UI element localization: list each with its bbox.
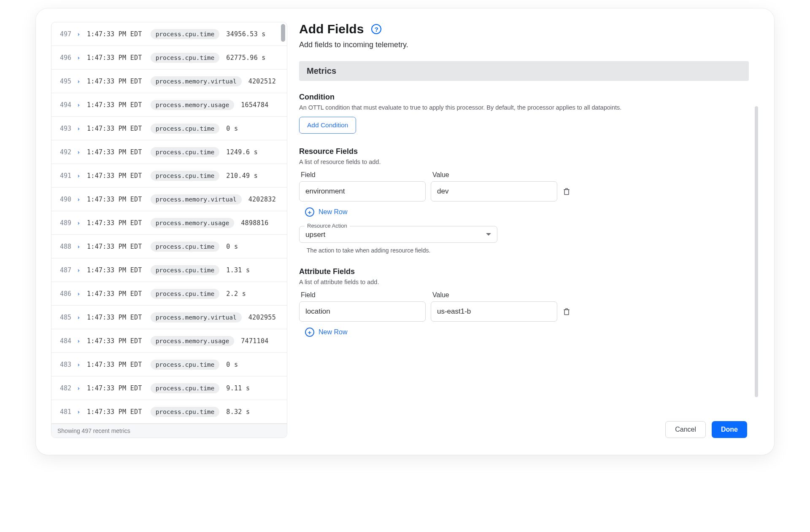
log-timestamp: 1:47:33 PM EDT: [87, 384, 142, 392]
chevron-right-icon: ›: [77, 314, 83, 321]
plus-icon: +: [305, 328, 314, 337]
chevron-right-icon: ›: [77, 102, 83, 108]
attribute-value-header: Value: [432, 291, 559, 299]
metric-value: 8.32 s: [226, 408, 250, 416]
resource-field-row: [299, 181, 749, 202]
log-row[interactable]: 488›1:47:33 PM EDTprocess.cpu.time0 s: [51, 235, 287, 258]
help-icon[interactable]: ?: [371, 24, 381, 34]
resource-value-input[interactable]: [431, 181, 557, 202]
chevron-right-icon: ›: [77, 78, 83, 85]
new-resource-row-button[interactable]: + New Row: [305, 207, 347, 217]
log-timestamp: 1:47:33 PM EDT: [87, 314, 142, 321]
scrollbar-thumb[interactable]: [755, 106, 758, 397]
log-row[interactable]: 497›1:47:33 PM EDTprocess.cpu.time34956.…: [51, 22, 287, 46]
log-row[interactable]: 483›1:47:33 PM EDTprocess.cpu.time0 s: [51, 353, 287, 376]
resource-action-select[interactable]: Resource Action upsert: [299, 226, 497, 243]
log-row[interactable]: 486›1:47:33 PM EDTprocess.cpu.time2.2 s: [51, 282, 287, 306]
log-row[interactable]: 482›1:47:33 PM EDTprocess.cpu.time9.11 s: [51, 376, 287, 400]
metric-name-pill: process.cpu.time: [151, 124, 220, 134]
cancel-button[interactable]: Cancel: [665, 421, 706, 438]
log-list[interactable]: 497›1:47:33 PM EDTprocess.cpu.time34956.…: [51, 22, 287, 424]
resource-action-hint: The action to take when adding resource …: [307, 247, 749, 254]
log-index: 494: [60, 101, 77, 109]
done-button[interactable]: Done: [712, 421, 747, 438]
chevron-right-icon: ›: [77, 338, 83, 344]
resource-fields-block: Resource Fields A list of resource field…: [299, 147, 749, 254]
log-index: 488: [60, 243, 77, 250]
log-row[interactable]: 487›1:47:33 PM EDTprocess.cpu.time1.31 s: [51, 258, 287, 282]
metric-value: 4202512: [248, 78, 276, 85]
attribute-value-input[interactable]: [431, 301, 557, 322]
app-window: 497›1:47:33 PM EDTprocess.cpu.time34956.…: [36, 8, 774, 455]
log-index: 483: [60, 361, 77, 368]
log-index: 495: [60, 78, 77, 85]
resource-field-input[interactable]: [299, 181, 426, 202]
log-index: 484: [60, 337, 77, 345]
log-timestamp: 1:47:33 PM EDT: [87, 290, 142, 298]
config-scroll-area: Add Fields ? Add fields to incoming tele…: [299, 22, 759, 419]
metric-name-pill: process.cpu.time: [151, 147, 220, 157]
resource-field-header: Field: [301, 171, 427, 179]
log-index: 485: [60, 314, 77, 321]
chevron-right-icon: ›: [77, 172, 83, 179]
metric-value: 1.31 s: [226, 266, 250, 274]
log-row[interactable]: 492›1:47:33 PM EDTprocess.cpu.time1249.6…: [51, 140, 287, 164]
add-condition-button[interactable]: Add Condition: [299, 117, 356, 134]
metric-value: 0 s: [226, 361, 238, 368]
log-timestamp: 1:47:33 PM EDT: [87, 243, 142, 250]
attribute-field-header: Field: [301, 291, 427, 299]
log-row[interactable]: 494›1:47:33 PM EDTprocess.memory.usage16…: [51, 93, 287, 117]
chevron-right-icon: ›: [77, 361, 83, 368]
log-row[interactable]: 489›1:47:33 PM EDTprocess.memory.usage48…: [51, 211, 287, 235]
attribute-field-input[interactable]: [299, 301, 426, 322]
chevron-right-icon: ›: [77, 267, 83, 274]
metric-value: 1249.6 s: [226, 148, 258, 156]
panel-title: Add Fields ?: [299, 22, 749, 36]
log-row[interactable]: 496›1:47:33 PM EDTprocess.cpu.time62775.…: [51, 46, 287, 70]
log-index: 497: [60, 30, 77, 38]
log-timestamp: 1:47:33 PM EDT: [87, 101, 142, 109]
metric-value: 34956.53 s: [226, 30, 265, 38]
delete-row-icon[interactable]: [562, 307, 571, 316]
metric-value: 0 s: [226, 125, 238, 132]
condition-block: Condition An OTTL condition that must ev…: [299, 93, 749, 134]
resource-action-legend: Resource Action: [305, 223, 350, 229]
log-index: 493: [60, 125, 77, 132]
metric-value: 4202832: [248, 196, 276, 203]
metric-value: 210.49 s: [226, 172, 258, 180]
metrics-log-panel: 497›1:47:33 PM EDTprocess.cpu.time34956.…: [51, 22, 287, 438]
log-row[interactable]: 485›1:47:33 PM EDTprocess.memory.virtual…: [51, 306, 287, 329]
metric-name-pill: process.cpu.time: [151, 29, 220, 39]
metric-name-pill: process.cpu.time: [151, 407, 220, 417]
log-timestamp: 1:47:33 PM EDT: [87, 337, 142, 345]
chevron-right-icon: ›: [77, 149, 83, 156]
metric-name-pill: process.cpu.time: [151, 171, 220, 181]
log-timestamp: 1:47:33 PM EDT: [87, 266, 142, 274]
scrollbar-thumb[interactable]: [281, 24, 285, 42]
log-row[interactable]: 493›1:47:33 PM EDTprocess.cpu.time0 s: [51, 117, 287, 140]
metric-value: 0 s: [226, 243, 238, 250]
log-row[interactable]: 490›1:47:33 PM EDTprocess.memory.virtual…: [51, 188, 287, 211]
log-row[interactable]: 491›1:47:33 PM EDTprocess.cpu.time210.49…: [51, 164, 287, 188]
log-timestamp: 1:47:33 PM EDT: [87, 408, 142, 416]
chevron-right-icon: ›: [77, 125, 83, 132]
resource-desc: A list of resource fields to add.: [299, 159, 749, 165]
log-timestamp: 1:47:33 PM EDT: [87, 219, 142, 227]
log-row[interactable]: 481›1:47:33 PM EDTprocess.cpu.time8.32 s: [51, 400, 287, 424]
log-footer: Showing 497 recent metrics: [51, 424, 287, 438]
delete-row-icon[interactable]: [562, 187, 571, 196]
metric-name-pill: process.memory.usage: [151, 100, 235, 110]
condition-title: Condition: [299, 93, 749, 102]
log-row[interactable]: 484›1:47:33 PM EDTprocess.memory.usage74…: [51, 329, 287, 353]
log-index: 496: [60, 54, 77, 62]
metric-name-pill: process.cpu.time: [151, 289, 220, 299]
config-panel: Add Fields ? Add fields to incoming tele…: [299, 22, 759, 438]
log-index: 489: [60, 219, 77, 227]
new-row-label: New Row: [319, 328, 347, 336]
log-index: 490: [60, 196, 77, 203]
log-row[interactable]: 495›1:47:33 PM EDTprocess.memory.virtual…: [51, 70, 287, 93]
log-timestamp: 1:47:33 PM EDT: [87, 54, 142, 62]
new-attribute-row-button[interactable]: + New Row: [305, 328, 347, 337]
metric-name-pill: process.cpu.time: [151, 265, 220, 275]
metric-name-pill: process.memory.virtual: [151, 312, 242, 322]
